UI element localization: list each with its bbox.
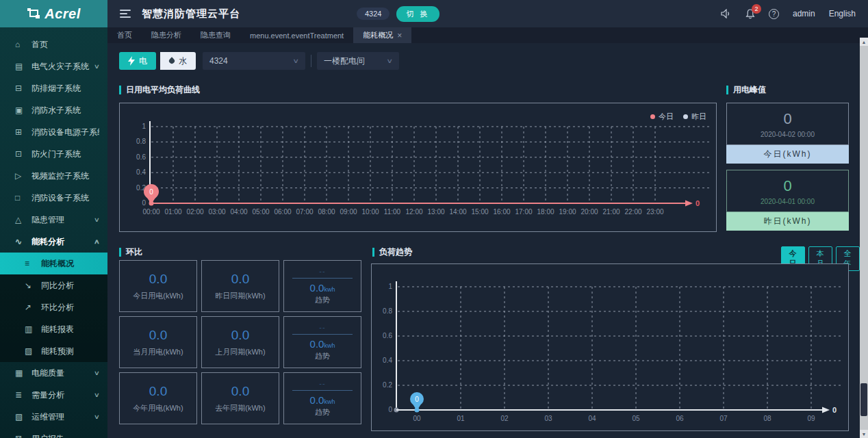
- trend-stat-card: -- 0.0kwh 趋势: [283, 260, 361, 312]
- huanbi-grid: 0.0 今日用电(kWh) 0.0 昨日同期(kWh) -- 0.0kwh 趋势…: [119, 260, 361, 424]
- peak-value-yesterday: 0: [783, 177, 791, 195]
- svg-text:0.4: 0.4: [136, 168, 146, 176]
- sidebar-item-energy-report[interactable]: ▥ 能耗报表: [0, 318, 107, 340]
- tab-event-treatment[interactable]: menu.event.eventTreatment: [240, 27, 353, 43]
- scroll-up-icon[interactable]: ▲: [860, 38, 868, 46]
- stat-card: 0.0 当月用电(kWh): [119, 316, 197, 368]
- power-system-icon: ⊞: [15, 127, 25, 137]
- electricity-button[interactable]: 电: [119, 52, 156, 70]
- tab-hazard-query[interactable]: 隐患查询: [191, 27, 240, 43]
- sidebar-item-label: 隐患管理: [31, 214, 94, 226]
- svg-text:07:00: 07:00: [296, 208, 313, 216]
- demand-icon: ≣: [15, 390, 25, 400]
- sidebar-item-power-quality[interactable]: ▦ 电能质量 ∨: [0, 362, 107, 384]
- svg-text:16:00: 16:00: [493, 208, 510, 216]
- sidebar-item-label: 防排烟子系统: [31, 83, 99, 94]
- chevron-down-icon: ∨: [94, 413, 100, 420]
- svg-text:06:00: 06:00: [274, 208, 291, 216]
- sidebar-item-label: 运维管理: [31, 411, 94, 423]
- sidebar-menu: ⌂ 首页 ▤ 电气火灾子系统 ∨ ⊟ 防排烟子系统 ▣ 消防水子系统 ⊞ 消防设…: [0, 27, 107, 438]
- close-icon[interactable]: ×: [397, 31, 402, 40]
- chevron-down-icon: ∨: [387, 57, 394, 64]
- sidebar-item-mom-analysis[interactable]: ↗ 环比分析: [0, 296, 107, 318]
- header-right: 2 ? admin English: [721, 9, 868, 19]
- trend-down-icon: ↘: [25, 281, 34, 290]
- room-select[interactable]: 一楼配电间 ∨: [317, 52, 399, 70]
- sidebar-item-fire-door[interactable]: ⊡ 防火门子系统: [0, 143, 107, 165]
- lightning-icon: [128, 56, 135, 66]
- sidebar-item-hazard-management[interactable]: △ 隐患管理 ∨: [0, 209, 107, 231]
- sidebar-item-energy-analysis[interactable]: ∿ 能耗分析 ∧: [0, 231, 107, 253]
- chevron-down-icon: ∨: [94, 63, 100, 70]
- sidebar-item-label: 能耗预测: [41, 346, 107, 357]
- peak-date-yesterday: 2020-04-01 00:00: [761, 198, 815, 205]
- peak-label-yesterday: 昨日(kWh): [726, 212, 849, 231]
- svg-text:05: 05: [632, 415, 640, 422]
- vertical-scrollbar[interactable]: ▲ ▼: [860, 38, 868, 438]
- sidebar-item-video-monitor[interactable]: ▷ 视频监控子系统: [0, 165, 107, 187]
- smoke-system-icon: ⊟: [15, 83, 25, 93]
- sidebar-item-energy-forecast[interactable]: ▨ 能耗预测: [0, 340, 107, 362]
- sidebar-item-label: 用户报告: [31, 433, 99, 438]
- chevron-down-icon: ∨: [94, 370, 100, 376]
- sidebar-item-user-report[interactable]: ⊠ 用户报告: [0, 428, 107, 438]
- svg-text:23:00: 23:00: [646, 208, 663, 216]
- collapse-menu-icon[interactable]: [120, 10, 131, 18]
- app-header: 智慧消防管理云平台 4324 切 换 2 ? admin English: [107, 0, 868, 27]
- peak-title: 用电峰值: [726, 84, 766, 96]
- svg-text:00: 00: [413, 415, 421, 422]
- sidebar-item-electrical-fire[interactable]: ▤ 电气火灾子系统 ∨: [0, 55, 107, 77]
- legend-today[interactable]: 今日: [650, 112, 674, 122]
- legend-yesterday[interactable]: 昨日: [683, 112, 706, 122]
- sidebar-item-label: 需量分析: [31, 389, 94, 401]
- sidebar-item-label: 防火门子系统: [31, 149, 99, 160]
- svg-text:11:00: 11:00: [384, 208, 401, 216]
- switch-button[interactable]: 切 换: [396, 6, 439, 22]
- tab-home[interactable]: 首页: [107, 27, 142, 43]
- ops-icon: ▧: [15, 412, 25, 422]
- speaker-icon[interactable]: [721, 9, 732, 18]
- bar-chart-icon: ▥: [25, 324, 34, 334]
- svg-text:0.8: 0.8: [136, 138, 146, 145]
- sidebar-item-demand-analysis[interactable]: ≣ 需量分析 ∨: [0, 384, 107, 406]
- svg-text:21:00: 21:00: [602, 208, 620, 216]
- tab-hazard-analysis[interactable]: 隐患分析: [142, 27, 191, 43]
- daily-curve-title: 日用电平均负荷曲线: [119, 84, 200, 96]
- station-select[interactable]: 4324 ∨: [203, 52, 305, 70]
- svg-text:0: 0: [415, 396, 419, 403]
- sidebar-item-smoke-control[interactable]: ⊟ 防排烟子系统: [0, 77, 107, 99]
- sidebar-item-label: 消防设备电源子系统: [31, 127, 99, 138]
- sidebar-item-fire-water[interactable]: ▣ 消防水子系统: [0, 99, 107, 121]
- svg-text:02:00: 02:00: [186, 208, 203, 216]
- svg-text:0.2: 0.2: [383, 381, 392, 389]
- sidebar-item-ops-management[interactable]: ▧ 运维管理 ∨: [0, 406, 107, 428]
- scrollbar-thumb[interactable]: [860, 383, 867, 416]
- sidebar-item-label: 消防水子系统: [31, 105, 99, 116]
- svg-text:07: 07: [719, 415, 728, 422]
- svg-text:01: 01: [457, 415, 465, 422]
- svg-text:12:00: 12:00: [405, 208, 422, 216]
- username[interactable]: admin: [793, 9, 815, 18]
- tab-energy-overview[interactable]: 能耗概况 ×: [353, 27, 411, 43]
- language-switch[interactable]: English: [829, 9, 856, 18]
- sidebar-item-equipment-power[interactable]: ⊞ 消防设备电源子系统: [0, 121, 107, 143]
- chevron-down-icon: ∨: [293, 57, 300, 64]
- svg-text:10:00: 10:00: [361, 208, 379, 216]
- sidebar-item-energy-overview[interactable]: ≡ 能耗概况: [0, 253, 107, 274]
- svg-text:0: 0: [388, 406, 392, 413]
- list-icon: ≡: [25, 259, 34, 268]
- sidebar-item-home[interactable]: ⌂ 首页: [0, 34, 107, 55]
- help-icon[interactable]: ?: [769, 9, 779, 19]
- water-button[interactable]: 水: [160, 52, 196, 70]
- bell-icon[interactable]: 2: [745, 9, 755, 19]
- svg-text:0.6: 0.6: [383, 332, 392, 339]
- logo: Acrel: [0, 0, 107, 27]
- scroll-down-icon[interactable]: ▼: [860, 430, 868, 438]
- fire-door-icon: ⊡: [15, 149, 25, 159]
- sidebar-item-fire-equipment[interactable]: □ 消防设备子系统: [0, 187, 107, 209]
- trend-stat-card: -- 0.0kwh 趋势: [283, 372, 361, 424]
- sidebar-item-yoy-analysis[interactable]: ↘ 同比分析: [0, 274, 107, 296]
- sidebar-item-label: 首页: [31, 39, 99, 51]
- svg-text:0: 0: [149, 188, 153, 196]
- report-document-icon: ⊠: [15, 434, 25, 438]
